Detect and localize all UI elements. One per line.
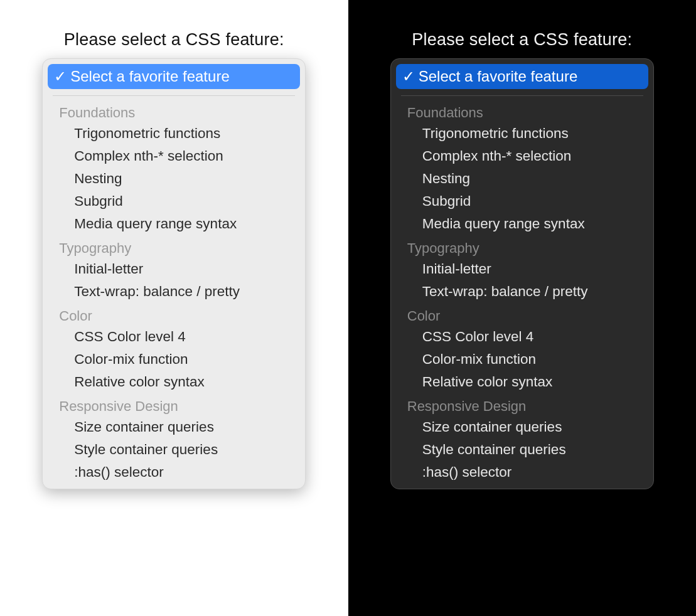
dropdown-listbox[interactable]: ✓ Select a favorite feature FoundationsT… (42, 58, 306, 489)
group-label: Color (48, 303, 300, 326)
divider (401, 95, 643, 96)
divider (53, 95, 295, 96)
option-item[interactable]: Media query range syntax (48, 213, 300, 235)
group-label: Color (396, 303, 648, 326)
option-item[interactable]: Text-wrap: balance / pretty (48, 280, 300, 303)
group-label: Typography (48, 235, 300, 258)
option-item[interactable]: Text-wrap: balance / pretty (396, 280, 648, 303)
option-item[interactable]: Style container queries (396, 438, 648, 461)
option-item[interactable]: Size container queries (396, 416, 648, 438)
selected-label: Select a favorite feature (70, 68, 229, 85)
option-item[interactable]: Trigonometric functions (48, 122, 300, 145)
option-item[interactable]: :has() selector (396, 461, 648, 484)
option-item[interactable]: Initial-letter (48, 258, 300, 280)
option-item[interactable]: Color-mix function (396, 348, 648, 371)
option-item[interactable]: Trigonometric functions (396, 122, 648, 145)
option-item[interactable]: CSS Color level 4 (396, 326, 648, 348)
option-item[interactable]: Size container queries (48, 416, 300, 438)
checkmark-icon: ✓ (402, 68, 414, 85)
group-label: Responsive Design (48, 393, 300, 416)
option-item[interactable]: :has() selector (48, 461, 300, 484)
selected-option[interactable]: ✓ Select a favorite feature (396, 64, 648, 89)
group-label: Foundations (396, 100, 648, 122)
option-item[interactable]: Relative color syntax (396, 371, 648, 393)
option-item[interactable]: Style container queries (48, 438, 300, 461)
option-item[interactable]: Relative color syntax (48, 371, 300, 393)
prompt-label: Please select a CSS feature: (412, 30, 632, 50)
prompt-label: Please select a CSS feature: (64, 30, 284, 50)
option-item[interactable]: Subgrid (396, 190, 648, 213)
dark-mode-panel: Please select a CSS feature: ✓ Select a … (348, 0, 697, 616)
option-item[interactable]: Nesting (396, 167, 648, 190)
dropdown-listbox[interactable]: ✓ Select a favorite feature FoundationsT… (390, 58, 654, 489)
option-item[interactable]: Complex nth-* selection (48, 145, 300, 167)
option-groups: FoundationsTrigonometric functionsComple… (48, 100, 300, 484)
option-item[interactable]: Media query range syntax (396, 213, 648, 235)
light-mode-panel: Please select a CSS feature: ✓ Select a … (0, 0, 348, 616)
group-label: Typography (396, 235, 648, 258)
option-item[interactable]: Color-mix function (48, 348, 300, 371)
option-item[interactable]: CSS Color level 4 (48, 326, 300, 348)
option-item[interactable]: Initial-letter (396, 258, 648, 280)
option-item[interactable]: Nesting (48, 167, 300, 190)
checkmark-icon: ✓ (54, 68, 65, 85)
group-label: Responsive Design (396, 393, 648, 416)
selected-option[interactable]: ✓ Select a favorite feature (48, 64, 300, 89)
group-label: Foundations (48, 100, 300, 122)
option-groups: FoundationsTrigonometric functionsComple… (396, 100, 648, 484)
option-item[interactable]: Complex nth-* selection (396, 145, 648, 167)
option-item[interactable]: Subgrid (48, 190, 300, 213)
selected-label: Select a favorite feature (419, 68, 577, 85)
